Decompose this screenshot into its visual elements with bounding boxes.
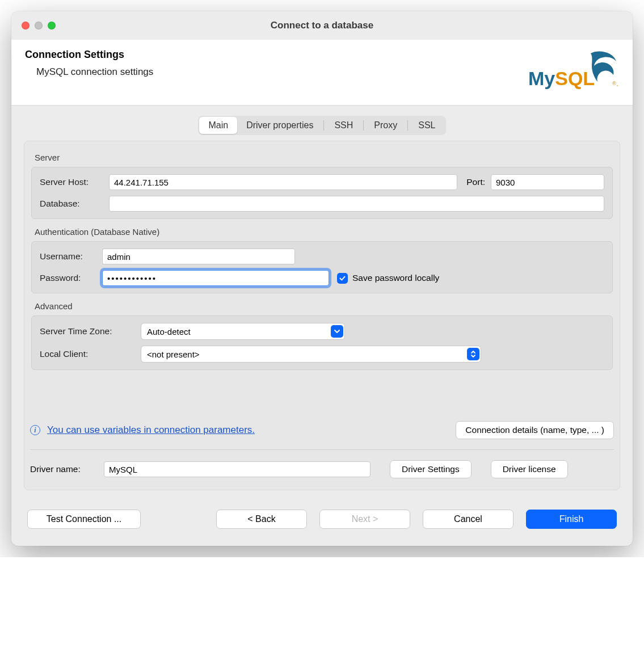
port-input[interactable] (491, 174, 604, 190)
tab-main[interactable]: Main (199, 117, 237, 134)
server-section: Server Host: Port: Database: (31, 167, 613, 219)
save-password-label: Save password locally (352, 273, 439, 283)
connection-details-button[interactable]: Connection details (name, type, ... ) (456, 421, 614, 439)
svg-text:.: . (616, 79, 618, 88)
advanced-section: Server Time Zone: Auto-detect Local Clie… (31, 315, 613, 370)
page-title: Connection Settings (25, 49, 153, 61)
main-panel: Server Server Host: Port: Database: Auth… (24, 141, 620, 490)
advanced-section-label: Advanced (35, 301, 620, 311)
mysql-logo: MySQL ® . (528, 49, 619, 95)
chevron-down-icon (331, 325, 343, 338)
finish-button[interactable]: Finish (526, 510, 617, 529)
page-subtitle: MySQL connection settings (36, 66, 153, 78)
titlebar: Connect to a database (11, 11, 633, 40)
window-title: Connect to a database (11, 20, 633, 31)
username-label: Username: (40, 251, 102, 262)
local-client-select[interactable]: <not present> (141, 346, 481, 363)
server-section-label: Server (35, 153, 620, 162)
info-icon: i (30, 425, 40, 435)
minimize-icon (35, 22, 43, 30)
tab-ssl[interactable]: SSL (409, 117, 444, 134)
svg-text:MySQL: MySQL (528, 68, 595, 89)
tab-separator (323, 120, 324, 131)
dialog-header: Connection Settings MySQL connection set… (11, 40, 633, 106)
close-icon[interactable] (22, 22, 30, 30)
password-label: Password: (40, 273, 102, 283)
timezone-value: Auto-detect (147, 327, 191, 336)
updown-icon (467, 348, 479, 360)
cancel-button[interactable]: Cancel (423, 510, 513, 529)
back-button[interactable]: < Back (216, 510, 307, 529)
username-input[interactable] (102, 249, 295, 264)
svg-point-0 (601, 53, 603, 55)
save-password-checkbox[interactable] (337, 273, 348, 284)
port-label: Port: (466, 177, 485, 187)
svg-text:®: ® (612, 81, 616, 86)
dialog-window: Connect to a database Connection Setting… (11, 11, 633, 546)
server-host-label: Server Host: (40, 177, 109, 187)
database-input[interactable] (109, 196, 604, 212)
tab-separator (363, 120, 364, 131)
driver-name-label: Driver name: (30, 464, 97, 474)
server-host-input[interactable] (109, 174, 457, 190)
tab-separator (407, 120, 408, 131)
tab-bar: Main Driver properties SSH Proxy SSL (198, 116, 445, 135)
timezone-select[interactable]: Auto-detect (141, 323, 345, 340)
driver-license-button[interactable]: Driver license (491, 460, 568, 478)
local-client-label: Local Client: (40, 349, 141, 359)
maximize-icon[interactable] (48, 22, 56, 30)
dialog-footer: Test Connection ... < Back Next > Cancel… (11, 496, 633, 546)
password-input[interactable] (102, 270, 329, 286)
auth-section-label: Authentication (Database Native) (35, 227, 620, 237)
driver-name-input[interactable] (104, 461, 371, 477)
local-client-value: <not present> (147, 350, 200, 359)
driver-settings-button[interactable]: Driver Settings (390, 460, 472, 478)
tab-driver-properties[interactable]: Driver properties (237, 117, 322, 134)
tab-ssh[interactable]: SSH (325, 117, 362, 134)
auth-section: Username: Password: Save password locall… (31, 241, 613, 293)
next-button: Next > (319, 510, 410, 529)
variables-link[interactable]: You can use variables in connection para… (47, 424, 255, 436)
timezone-label: Server Time Zone: (40, 326, 141, 336)
tab-proxy[interactable]: Proxy (365, 117, 406, 134)
separator (30, 449, 614, 450)
database-label: Database: (40, 199, 109, 209)
test-connection-button[interactable]: Test Connection ... (27, 510, 141, 529)
